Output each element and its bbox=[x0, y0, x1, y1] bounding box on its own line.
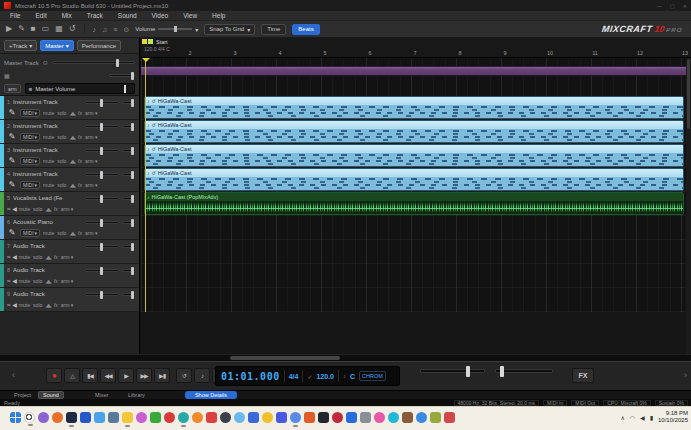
taskbar-app-icon[interactable] bbox=[290, 412, 301, 423]
menu-file[interactable]: File bbox=[10, 12, 20, 19]
vertical-scrollbar-thumb[interactable] bbox=[687, 59, 690, 129]
midi-notes[interactable] bbox=[145, 129, 683, 142]
chrom-button[interactable]: CHROM bbox=[359, 371, 386, 381]
playhead-caret[interactable] bbox=[142, 58, 150, 62]
tab-mixer[interactable]: Mixer bbox=[95, 392, 108, 398]
arm-button[interactable]: arm ▾ bbox=[85, 110, 98, 116]
fx-button[interactable]: fx bbox=[54, 254, 58, 260]
add-track-button[interactable]: +Track ▾ bbox=[4, 40, 37, 51]
track-lane[interactable]: ♪↺HiGaWa-Cast bbox=[141, 144, 691, 168]
list-icon[interactable]: ≡ bbox=[113, 26, 117, 33]
track-name[interactable]: Instrument Track bbox=[13, 123, 82, 129]
track-name[interactable]: Acoustic Piano bbox=[13, 219, 82, 225]
title-bar[interactable]: Mixcraft 10.5 Pro Studio Build 630 - Unt… bbox=[0, 0, 691, 11]
scroll-left-icon[interactable]: ‹ bbox=[12, 370, 15, 380]
solo-button[interactable]: solo bbox=[33, 278, 42, 284]
audio-waveform[interactable] bbox=[145, 201, 683, 214]
taskbar-app-icon[interactable] bbox=[52, 412, 63, 423]
tab-project[interactable]: Project bbox=[14, 392, 31, 398]
track-name[interactable]: Audio Track bbox=[13, 291, 82, 297]
eq-knobs-icon[interactable]: ◢◣ bbox=[69, 110, 75, 116]
solo-button[interactable]: solo bbox=[33, 302, 42, 308]
track-lane[interactable] bbox=[141, 240, 691, 264]
mute-button[interactable]: mute bbox=[43, 110, 54, 116]
solo-button[interactable]: solo bbox=[33, 254, 42, 260]
taskbar-app-icon[interactable] bbox=[234, 412, 245, 423]
fx-button[interactable]: fx bbox=[78, 230, 82, 236]
track-volume-slider[interactable] bbox=[85, 125, 119, 128]
arm-button[interactable]: arm ▾ bbox=[61, 302, 74, 308]
horizontal-scrollbar-thumb[interactable] bbox=[230, 356, 340, 360]
record-button[interactable]: ● bbox=[46, 368, 62, 383]
taskbar-app-icon[interactable] bbox=[430, 412, 441, 423]
menu-mix[interactable]: Mix bbox=[62, 12, 72, 19]
menu-view[interactable]: View bbox=[183, 12, 197, 19]
beats-mode-button[interactable]: Beats bbox=[292, 24, 319, 35]
menu-video[interactable]: Video bbox=[152, 12, 169, 19]
arm-button[interactable]: arm ▾ bbox=[85, 182, 98, 188]
vertical-scrollbar[interactable] bbox=[686, 58, 691, 354]
track-row[interactable]: 4 Instrument Track ✎ MIDI▾ mute solo ◢◣ … bbox=[0, 168, 139, 192]
midi-notes[interactable] bbox=[145, 105, 683, 118]
mute-button[interactable]: mute bbox=[19, 206, 30, 212]
track-pan-slider[interactable] bbox=[122, 125, 136, 128]
time-mode-button[interactable]: Time bbox=[261, 24, 286, 35]
track-pan-slider[interactable] bbox=[122, 149, 136, 152]
track-name[interactable]: Vocalists Lead (Fe bbox=[13, 195, 82, 201]
midi-notes[interactable] bbox=[145, 153, 683, 166]
arm-button[interactable]: arm ▾ bbox=[61, 278, 74, 284]
volume-slider[interactable] bbox=[158, 28, 192, 30]
track-volume-slider[interactable] bbox=[85, 269, 119, 272]
eq-knobs-icon[interactable]: ◢◣ bbox=[45, 302, 51, 308]
taskbar-app-icon[interactable] bbox=[122, 412, 133, 423]
track-pan-slider[interactable] bbox=[122, 269, 136, 272]
arm-button[interactable]: arm ▾ bbox=[85, 134, 98, 140]
midi-clip[interactable]: ♪↺HiGaWa-Cast bbox=[144, 96, 684, 119]
track-volume-slider[interactable] bbox=[85, 221, 119, 224]
track-row[interactable]: 5 Vocalists Lead (Fe ≈ ◀ mute solo ◢◣ fx bbox=[0, 192, 139, 216]
taskbar-app-icon[interactable] bbox=[206, 412, 217, 423]
taskbar-app-icon[interactable] bbox=[388, 412, 399, 423]
mute-button[interactable]: mute bbox=[43, 230, 54, 236]
track-lane[interactable]: ♪↺HiGaWa-Cast bbox=[141, 120, 691, 144]
horizontal-scrollbar[interactable] bbox=[0, 354, 691, 361]
menu-track[interactable]: Track bbox=[87, 12, 103, 19]
tab-library[interactable]: Library bbox=[128, 392, 145, 398]
pencil-icon[interactable]: ✎ bbox=[7, 157, 17, 165]
track-name[interactable]: Instrument Track bbox=[13, 171, 82, 177]
start-button-icon[interactable] bbox=[10, 412, 21, 423]
midi-button[interactable]: MIDI▾ bbox=[20, 109, 40, 117]
rewind-button[interactable]: ◀◀ bbox=[100, 368, 116, 383]
note-icon[interactable]: ♪ bbox=[93, 26, 97, 33]
loop-button[interactable]: ↺ bbox=[176, 368, 192, 383]
midi-notes[interactable] bbox=[145, 177, 683, 190]
waveform-icon[interactable]: ≈ bbox=[7, 302, 9, 308]
track-lane[interactable] bbox=[141, 216, 691, 240]
waveform-icon[interactable]: ≈ bbox=[7, 278, 9, 284]
time-signature-button[interactable]: 4/4 bbox=[289, 373, 299, 380]
track-lane[interactable]: ♪↺HiGaWa-Cast bbox=[141, 96, 691, 120]
playback-speed-slider[interactable] bbox=[495, 369, 553, 373]
taskbar-app-icon[interactable] bbox=[150, 412, 161, 423]
tab-sound[interactable]: Sound bbox=[38, 391, 64, 399]
tray-overflow-icon[interactable]: ∧ bbox=[620, 414, 624, 421]
speaker-icon[interactable]: ◀ bbox=[12, 206, 16, 212]
taskbar-app-icon[interactable] bbox=[136, 412, 147, 423]
taskbar-app-icon[interactable] bbox=[332, 412, 343, 423]
wifi-icon[interactable]: ◠ bbox=[630, 414, 635, 421]
go-to-start-button[interactable]: ▮◀ bbox=[82, 368, 98, 383]
mute-button[interactable]: mute bbox=[19, 254, 30, 260]
solo-button[interactable]: solo bbox=[33, 206, 42, 212]
marker-flag[interactable] bbox=[148, 39, 153, 44]
fx-button[interactable]: fx bbox=[54, 206, 58, 212]
battery-icon[interactable]: ▮ bbox=[650, 414, 653, 421]
fx-button[interactable]: fx bbox=[78, 134, 82, 140]
note-button[interactable]: ♪ bbox=[194, 368, 210, 383]
eq-knobs-icon[interactable]: ◢◣ bbox=[69, 158, 75, 164]
track-volume-slider[interactable] bbox=[85, 149, 119, 152]
taskbar-app-icon[interactable] bbox=[66, 412, 77, 423]
midi-button[interactable]: MIDI▾ bbox=[20, 229, 40, 237]
master-tab-button[interactable]: Master ▾ bbox=[40, 40, 73, 51]
arm-button[interactable]: arm ▾ bbox=[61, 206, 74, 212]
solo-button[interactable]: solo bbox=[57, 182, 66, 188]
